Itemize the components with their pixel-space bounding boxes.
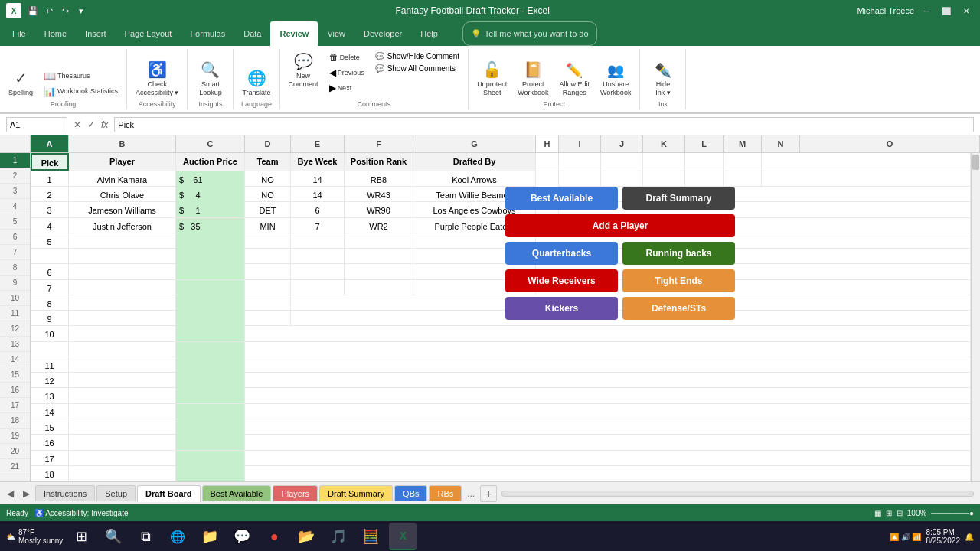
- cell-e9[interactable]: [291, 280, 345, 295]
- cell-c16[interactable]: [176, 388, 245, 403]
- teams-button[interactable]: 💬: [228, 523, 256, 550]
- cell-d5[interactable]: MIN: [245, 218, 291, 233]
- best-available-button[interactable]: Best Available: [505, 187, 618, 210]
- start-button[interactable]: ⊞: [67, 523, 95, 550]
- row-num-13[interactable]: 13: [0, 337, 30, 352]
- running-backs-button[interactable]: Running backs: [622, 242, 735, 265]
- tab-more[interactable]: ...: [463, 487, 479, 500]
- cell-a10[interactable]: 8: [31, 295, 69, 311]
- cell-n21[interactable]: [245, 466, 971, 481]
- cell-c5[interactable]: $ 35: [176, 218, 245, 233]
- cell-b12[interactable]: [69, 326, 176, 341]
- cell-d9[interactable]: [245, 280, 291, 295]
- hide-ink-button[interactable]: ✒️ HideInk ▾: [649, 60, 677, 99]
- workbook-stats-button[interactable]: 📊 Workbook Statistics: [40, 84, 122, 99]
- cell-d10[interactable]: [245, 295, 291, 311]
- cell-c8[interactable]: [176, 264, 245, 279]
- tab-developer[interactable]: Developer: [354, 21, 411, 46]
- tab-nav-right[interactable]: ▶: [19, 487, 34, 500]
- thesaurus-button[interactable]: 📖 Thesaurus: [40, 69, 122, 83]
- save-button[interactable]: 💾: [26, 4, 40, 18]
- cell-c7[interactable]: [176, 249, 245, 264]
- row-num-7[interactable]: 7: [0, 245, 30, 260]
- cell-a19[interactable]: 16: [31, 435, 69, 450]
- view-layout-icon[interactable]: ⊞: [886, 509, 892, 517]
- cell-n16[interactable]: [245, 388, 971, 403]
- cell-a6[interactable]: 5: [31, 233, 69, 249]
- col-header-e[interactable]: E: [291, 135, 345, 152]
- view-pagebreak-icon[interactable]: ⊟: [897, 509, 903, 517]
- name-box[interactable]: A1: [6, 117, 67, 132]
- cell-b15[interactable]: [69, 373, 176, 388]
- cell-c11[interactable]: [176, 311, 245, 326]
- customize-qa[interactable]: ▾: [74, 4, 88, 18]
- cell-b13[interactable]: [69, 342, 176, 357]
- tab-review[interactable]: Review: [270, 21, 318, 46]
- cell-a14[interactable]: 11: [31, 357, 69, 373]
- cell-b20[interactable]: [69, 451, 176, 466]
- cell-n14[interactable]: [245, 357, 971, 373]
- cell-e5[interactable]: 7: [291, 218, 345, 233]
- cell-n1[interactable]: [762, 153, 971, 171]
- cell-a1[interactable]: Pick: [31, 153, 69, 171]
- cell-c10[interactable]: [176, 295, 245, 311]
- translate-button[interactable]: 🌐 Translate: [238, 67, 274, 99]
- system-tray-icons[interactable]: 🔼 🔊 📶: [890, 533, 922, 541]
- cell-k1[interactable]: [643, 153, 685, 171]
- cell-a3[interactable]: 2: [31, 187, 69, 202]
- cell-b11[interactable]: [69, 311, 176, 326]
- cell-a16[interactable]: 13: [31, 388, 69, 403]
- col-header-k[interactable]: K: [643, 135, 685, 152]
- cell-i2[interactable]: [559, 171, 601, 187]
- cell-b18[interactable]: [69, 419, 176, 435]
- cell-f5[interactable]: WR2: [345, 218, 413, 233]
- spelling-button[interactable]: ✓ Spelling: [5, 67, 37, 99]
- cell-e7[interactable]: [291, 249, 345, 264]
- previous-comment-button[interactable]: ◀ Previous: [325, 66, 368, 80]
- new-comment-button[interactable]: 💬 NewComment: [285, 51, 322, 90]
- cell-a13[interactable]: [31, 342, 69, 357]
- cell-b16[interactable]: [69, 388, 176, 403]
- cell-e1[interactable]: Bye Week: [291, 153, 345, 171]
- kickers-button[interactable]: Kickers: [505, 297, 618, 320]
- cell-g2[interactable]: Kool Arrows: [413, 171, 536, 187]
- row-num-2[interactable]: 2: [0, 168, 30, 184]
- wide-receivers-button[interactable]: Wide Receivers: [505, 269, 618, 292]
- cell-b19[interactable]: [69, 435, 176, 450]
- cell-j1[interactable]: [601, 153, 643, 171]
- row-num-5[interactable]: 5: [0, 214, 30, 230]
- cell-c1[interactable]: Auction Price: [176, 153, 245, 171]
- cell-a8[interactable]: 6: [31, 264, 69, 279]
- explorer-button[interactable]: 📁: [196, 523, 224, 550]
- cell-e6[interactable]: [291, 233, 345, 249]
- col-header-l[interactable]: L: [685, 135, 724, 152]
- cell-i1[interactable]: [559, 153, 601, 171]
- cell-l2[interactable]: [685, 171, 724, 187]
- cell-a7[interactable]: [31, 249, 69, 264]
- tab-page-layout[interactable]: Page Layout: [116, 21, 181, 46]
- col-header-g[interactable]: G: [413, 135, 536, 152]
- cell-l1[interactable]: [685, 153, 724, 171]
- notification-icon[interactable]: 🔔: [965, 533, 974, 541]
- sheet-tab-instructions[interactable]: Instructions: [35, 485, 95, 501]
- cell-c6[interactable]: [176, 233, 245, 249]
- tab-help[interactable]: Help: [411, 21, 447, 46]
- cell-e8[interactable]: [291, 264, 345, 279]
- cell-b4[interactable]: Jameson Williams: [69, 202, 176, 217]
- col-header-o[interactable]: O: [800, 135, 980, 152]
- protect-workbook-button[interactable]: 📔 ProtectWorkbook: [514, 59, 552, 99]
- chrome-button[interactable]: ●: [260, 523, 288, 550]
- row-num-3[interactable]: 3: [0, 184, 30, 199]
- cell-b5[interactable]: Justin Jefferson: [69, 218, 176, 233]
- row-num-12[interactable]: 12: [0, 321, 30, 337]
- cell-n20[interactable]: [245, 451, 971, 466]
- row-num-11[interactable]: 11: [0, 306, 30, 321]
- cell-c4[interactable]: $ 1: [176, 202, 245, 217]
- cell-n15[interactable]: [245, 373, 971, 388]
- sheet-tab-draft-summary[interactable]: Draft Summary: [319, 485, 393, 501]
- cell-f1[interactable]: Position Rank: [345, 153, 413, 171]
- restore-button[interactable]: ⬜: [939, 5, 954, 17]
- cell-e4[interactable]: 6: [291, 202, 345, 217]
- cell-e3[interactable]: 14: [291, 187, 345, 202]
- cell-b21[interactable]: [69, 466, 176, 481]
